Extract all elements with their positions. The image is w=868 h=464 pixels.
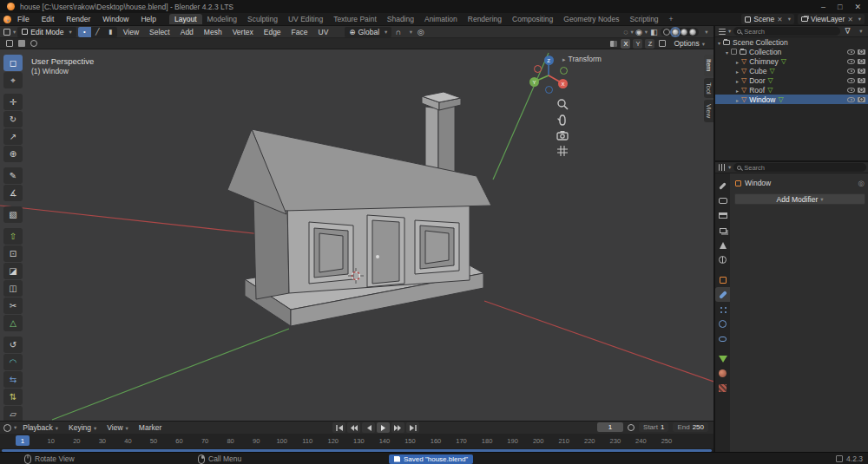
minimize-button[interactable]: – [821, 3, 825, 11]
menu-window[interactable]: Window [96, 15, 135, 23]
particles-tab[interactable] [715, 302, 730, 317]
rendered-shading-button[interactable] [689, 29, 696, 36]
workspace-tab-scripting[interactable]: Scripting [625, 14, 664, 24]
mode-selector[interactable]: Edit Mode [17, 27, 76, 37]
hide-viewport-icon[interactable] [847, 78, 855, 83]
workspace-tab-compositing[interactable]: Compositing [507, 14, 558, 24]
view-layer-tab[interactable] [715, 223, 730, 238]
transform-tool-button[interactable]: ⊕ [3, 146, 23, 162]
timeline-view-menu[interactable]: View [102, 423, 133, 432]
timeline-editor-type-button[interactable] [3, 424, 16, 432]
add-cube-tool-button[interactable]: ▧ [3, 206, 23, 223]
navigation-gizmo[interactable]: Z Y X [527, 53, 570, 96]
proportional-editing-icon[interactable]: ◎ [416, 28, 425, 36]
add-workspace-button[interactable]: + [664, 14, 679, 24]
prev-keyframe-button[interactable] [347, 422, 360, 433]
scale-tool-button[interactable]: ↗ [3, 128, 23, 145]
material-tab[interactable] [715, 366, 730, 381]
sidebar-tab-view[interactable]: View [704, 100, 713, 122]
solid-shading-button[interactable] [672, 29, 679, 36]
sidebar-tab-tool[interactable]: Tool [704, 78, 713, 99]
workspace-tab-texture-paint[interactable]: Texture Paint [328, 14, 382, 24]
frame-end-field[interactable]: End250 [673, 422, 708, 432]
edge-slide-tool-button[interactable]: ⇆ [3, 371, 23, 388]
zoom-icon[interactable] [556, 98, 569, 110]
jump-to-end-button[interactable] [406, 422, 419, 433]
disable-render-icon[interactable] [858, 78, 865, 83]
constraints-tab[interactable] [715, 331, 730, 346]
tool-settings-icon-1[interactable] [4, 40, 14, 47]
collection-checkbox[interactable] [731, 49, 737, 55]
hide-viewport-icon[interactable] [847, 59, 855, 64]
knife-tool-button[interactable]: ✂ [3, 297, 23, 314]
show-overlays-button[interactable]: ◉ [635, 28, 648, 36]
outliner-row-roof[interactable]: ▽ Roof ▽ [715, 85, 868, 95]
scene-selector[interactable]: Scene ✕ [741, 14, 794, 24]
select-box-tool-button[interactable]: ◻ [3, 55, 23, 71]
playback-menu[interactable]: Playback [18, 423, 62, 432]
outliner-row-door[interactable]: ▽ Door ▽ [715, 75, 868, 85]
output-tab[interactable] [715, 208, 730, 223]
edge-select-button[interactable]: ╱ [91, 27, 104, 37]
jump-to-start-button[interactable] [332, 422, 345, 433]
disclosure-icon[interactable] [736, 76, 739, 85]
auto-keying-toggle[interactable] [628, 424, 635, 431]
menu-render[interactable]: Render [60, 15, 96, 23]
pin-icon[interactable]: ◎ [858, 179, 865, 187]
physics-tab[interactable] [715, 317, 730, 331]
gizmo-y-neg[interactable] [560, 67, 568, 75]
disclosure-icon[interactable] [736, 57, 739, 66]
workspace-tab-rendering[interactable]: Rendering [463, 14, 507, 24]
modifiers-tab[interactable] [715, 287, 730, 302]
properties-search-input[interactable]: Search [733, 163, 866, 172]
menu-uv[interactable]: UV [314, 28, 333, 36]
orthographic-toggle-icon[interactable] [556, 145, 569, 157]
disable-render-icon[interactable] [858, 97, 865, 102]
add-modifier-button[interactable]: Add Modifier [734, 193, 865, 205]
menu-edge[interactable]: Edge [260, 28, 286, 36]
workspace-tab-geometry-nodes[interactable]: Geometry Nodes [558, 14, 624, 24]
smooth-tool-button[interactable]: ◠ [3, 354, 23, 370]
gizmo-x-axis[interactable]: X [558, 79, 568, 88]
menu-vertex[interactable]: Vertex [228, 28, 258, 36]
hide-viewport-icon[interactable] [847, 49, 855, 55]
camera-view-icon[interactable] [556, 129, 569, 141]
workspace-tab-layout[interactable]: Layout [169, 14, 202, 24]
maximize-button[interactable]: □ [838, 3, 842, 11]
disable-render-icon[interactable] [858, 49, 865, 55]
extrude-region-tool-button[interactable]: ⇧ [3, 228, 23, 245]
disclosure-icon[interactable] [726, 48, 728, 56]
pan-hand-icon[interactable] [556, 114, 569, 126]
outliner-options-button[interactable] [855, 28, 865, 35]
sidebar-tab-item[interactable]: Item [704, 55, 713, 76]
mirror-z-toggle[interactable]: Z [645, 39, 654, 49]
tool-settings-icon-2[interactable] [16, 40, 26, 47]
playhead-marker[interactable]: 1 [16, 435, 30, 446]
scene-tab[interactable] [715, 238, 730, 252]
close-button[interactable]: ✕ [854, 3, 861, 11]
view-layer-selector[interactable]: ViewLayer ✕ [798, 14, 865, 24]
inset-faces-tool-button[interactable]: ⊡ [3, 245, 23, 262]
scene-unlink-icon[interactable]: ✕ [777, 16, 782, 23]
outliner-editor-type-button[interactable] [719, 28, 731, 35]
menu-add[interactable]: Add [176, 28, 198, 36]
menu-edit[interactable]: Edit [36, 15, 61, 23]
render-tab[interactable] [715, 193, 730, 208]
object-data-tab[interactable] [715, 351, 730, 366]
material-preview-button[interactable] [681, 29, 687, 36]
shrink-fatten-tool-button[interactable]: ⇅ [3, 389, 23, 405]
menu-view[interactable]: View [119, 28, 143, 36]
object-tab[interactable] [715, 272, 730, 287]
filter-funnel-icon[interactable]: ∇ [843, 27, 852, 36]
viewport-canvas[interactable]: User Perspective (1) Window Transform ◻ … [0, 49, 713, 421]
disclosure-icon[interactable] [718, 38, 720, 47]
workspace-tab-animation[interactable]: Animation [419, 14, 463, 24]
keying-menu[interactable]: Keying [64, 423, 101, 432]
gizmo-y-axis[interactable]: Y [529, 77, 539, 87]
loop-cut-tool-button[interactable]: ◫ [3, 280, 23, 297]
outliner-row-cube[interactable]: ▽ Cube ▽ [715, 66, 868, 75]
disable-render-icon[interactable] [858, 88, 865, 93]
wireframe-shading-button[interactable] [663, 29, 670, 36]
properties-editor-type-button[interactable] [719, 164, 731, 171]
menu-select[interactable]: Select [145, 28, 174, 36]
